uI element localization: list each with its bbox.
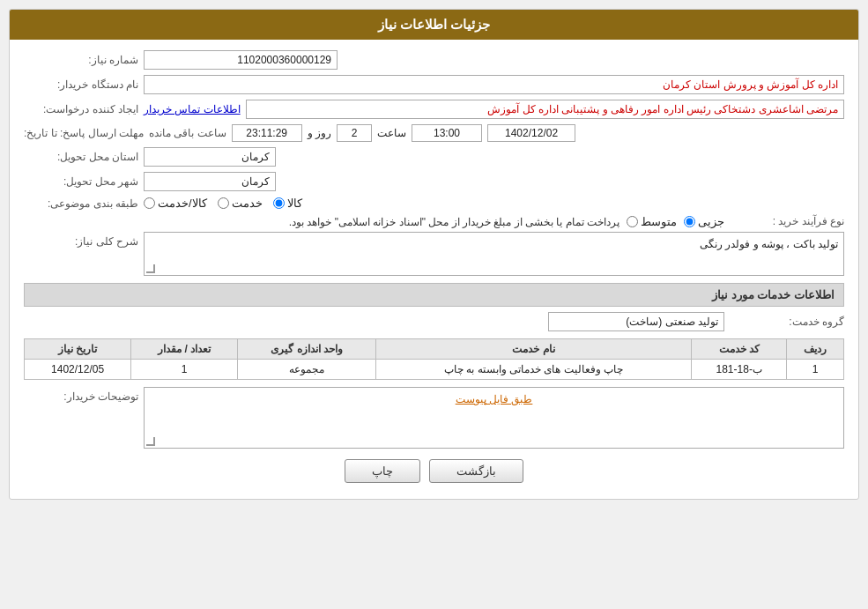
col-radif: ردیف (787, 339, 844, 360)
back-button[interactable]: بازگشت (429, 459, 523, 483)
col-kod: کد خدمت (692, 339, 787, 360)
grohe-khedmat-value: تولید صنعتی (ساخت) (548, 312, 724, 331)
contact-info-link[interactable]: اطلاعات تماس خریدار (144, 103, 241, 115)
resize-handle (146, 264, 155, 273)
radio-kala-label: کالا (287, 197, 302, 210)
ostan-value: کرمان (144, 147, 276, 167)
radio-kala[interactable]: کالا (273, 197, 302, 210)
radio-motavasset[interactable]: متوسط (627, 215, 677, 228)
shahr-value: کرمان (144, 172, 276, 191)
col-tarikh: تاریخ نیاز (25, 339, 131, 360)
radio-jezvi-label: جزیی (698, 215, 724, 228)
table-row: 1ب-18-181چاپ وفعالیت های خدماتی وابسته ب… (25, 360, 844, 380)
services-table: ردیف کد خدمت نام خدمت واحد اندازه گیری ت… (24, 338, 844, 380)
print-button[interactable]: چاپ (345, 459, 420, 483)
remaining-value: 23:11:29 (232, 124, 302, 142)
tavazihat-link[interactable]: طبق فایل پیوست (150, 393, 838, 405)
shomare-niaz-value: 1102000360000129 (144, 50, 338, 70)
roz-value: 2 (337, 124, 372, 142)
tabaghe-label: طبقه بندی موضوعی: (24, 197, 138, 210)
buyer-desc-resize (146, 437, 155, 446)
nam-dastgah-value: اداره کل آموزش و پرورش استان کرمان (144, 75, 844, 94)
sharh-label: شرح کلی نیاز: (24, 235, 138, 248)
radio-jezvi-input[interactable] (684, 216, 695, 227)
col-tedad: تعداد / مقدار (131, 339, 238, 360)
farayand-text: پرداخت تمام یا بخشی از مبلغ خریدار از مح… (24, 216, 619, 228)
ijad-value: مرتضی اشاعشری دشتخاکی رئیس اداره امور رف… (246, 100, 844, 119)
radio-motavasset-label: متوسط (641, 215, 677, 228)
radio-kala-khedmat[interactable]: کالا/خدمت (144, 197, 207, 210)
noe-farayand-label: نوع فرآیند خرید : (730, 215, 844, 227)
services-table-section: ردیف کد خدمت نام خدمت واحد اندازه گیری ت… (24, 338, 844, 380)
nam-dastgah-label: نام دستگاه خریدار: (24, 78, 138, 91)
radio-jezvi[interactable]: جزیی (684, 215, 724, 228)
col-name: نام خدمت (376, 339, 692, 360)
time-label: ساعت (377, 127, 406, 139)
shahr-label: شهر محل تحویل: (24, 175, 138, 188)
radio-kala-input[interactable] (273, 197, 285, 209)
grohe-khedmat-label: گروه خدمت: (730, 316, 844, 328)
ostan-label: استان محل تحویل: (24, 151, 138, 163)
radio-khedmat-label: خدمت (232, 197, 263, 210)
radio-kala-khedmat-label: کالا/خدمت (158, 197, 207, 210)
date-value: 1402/12/02 (487, 124, 575, 142)
mohlat-label: مهلت ارسال پاسخ: تا تاریخ: (24, 127, 144, 139)
radio-khedmat[interactable]: خدمت (218, 197, 263, 210)
khadamat-section-header: اطلاعات خدمات مورد نیاز (24, 283, 844, 307)
page-title: جزئیات اطلاعات نیاز (10, 10, 858, 40)
ijad-label: ایجاد کننده درخواست: (24, 103, 138, 115)
remaining-label: ساعت باقی مانده (149, 127, 226, 139)
shomare-niaz-label: شماره نیاز: (24, 54, 138, 66)
radio-khedmat-input[interactable] (218, 197, 229, 209)
col-vahed: واحد اندازه گیری (238, 339, 376, 360)
sharh-value: تولید باکت ، پوشه و فولدر رنگی (150, 238, 838, 250)
bottom-buttons: بازگشت چاپ (24, 459, 844, 483)
roz-label: روز و (308, 127, 331, 139)
time-value: 13:00 (412, 124, 482, 142)
tavazihat-label: توضیحات خریدار: (24, 390, 138, 403)
radio-kala-khedmat-input[interactable] (144, 197, 155, 209)
radio-motavasset-input[interactable] (627, 216, 638, 227)
